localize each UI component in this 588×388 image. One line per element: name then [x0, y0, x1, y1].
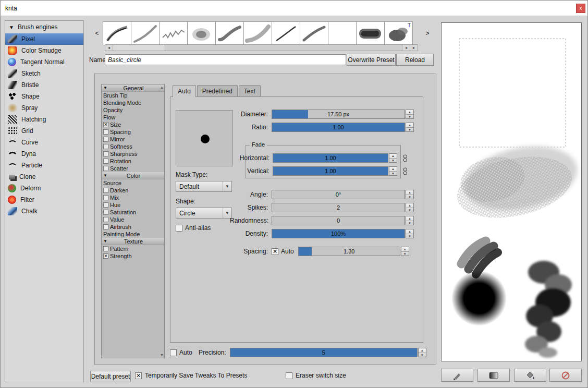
spinner-down-icon[interactable]: ▼ — [419, 353, 426, 357]
rotation-checkbox[interactable] — [103, 159, 108, 164]
option-source[interactable]: Source — [102, 179, 164, 187]
sidebar-item-chalk[interactable]: Chalk — [5, 205, 83, 217]
sidebar-item-deform[interactable]: Deform — [5, 183, 83, 194]
option-rotation[interactable]: Rotation — [102, 157, 164, 165]
link-icon[interactable] — [402, 154, 408, 162]
preset-thumbnail[interactable] — [300, 21, 328, 45]
overwrite-preset-button[interactable]: Overwrite Preset — [347, 54, 396, 66]
sidebar-item-hatching[interactable]: Hatching — [5, 114, 83, 125]
fade-vertical-spinner[interactable]: ▲ ▼ — [389, 166, 397, 176]
spinner-up-icon[interactable]: ▲ — [419, 348, 426, 353]
scrollbar-right-icon[interactable]: ► — [410, 45, 418, 51]
option-mirror[interactable]: Mirror — [102, 136, 164, 143]
preset-thumbnail[interactable]: T — [384, 21, 413, 45]
spinner-down-icon[interactable]: ▼ — [406, 234, 413, 238]
tab-auto[interactable]: Auto — [173, 85, 196, 97]
spinner-down-icon[interactable]: ▼ — [401, 252, 409, 256]
density-slider[interactable]: 100% — [272, 229, 405, 238]
spinner-down-icon[interactable]: ▼ — [406, 208, 413, 212]
spinner-up-icon[interactable]: ▲ — [406, 229, 413, 234]
fade-horizontal-slider[interactable]: 1.00 — [273, 153, 388, 163]
precision-auto-checkbox[interactable] — [170, 349, 177, 356]
sidebar-item-sketch[interactable]: Sketch — [5, 68, 83, 79]
option-pattern[interactable]: Pattern — [102, 245, 164, 252]
option-opacity[interactable]: Opacity — [102, 106, 164, 114]
option-strength[interactable]: Strength — [102, 252, 164, 260]
hue-checkbox[interactable] — [103, 202, 108, 208]
spinner-up-icon[interactable]: ▲ — [406, 203, 413, 208]
option-hue[interactable]: Hue — [102, 201, 164, 209]
preset-thumbnail[interactable] — [159, 21, 188, 45]
close-button[interactable]: x — [576, 4, 585, 13]
list-scroll-up-icon[interactable]: ▲ — [160, 86, 164, 89]
section-color[interactable]: ▼ Color — [102, 172, 164, 179]
fade-horizontal-spinner[interactable]: ▲ ▼ — [389, 153, 397, 163]
option-saturation[interactable]: Saturation — [102, 209, 164, 216]
preset-thumbnail-selected[interactable] — [328, 21, 357, 45]
spacing-slider[interactable]: 1.30 — [298, 247, 400, 256]
option-size[interactable]: Size — [102, 121, 164, 128]
size-checkbox[interactable] — [103, 122, 108, 127]
preset-thumbnail[interactable] — [243, 21, 272, 45]
ratio-slider[interactable]: 1.00 — [272, 123, 405, 132]
eraser-switch-checkbox[interactable] — [286, 372, 292, 379]
scratchpad-clear-button[interactable] — [549, 369, 582, 382]
option-sharpness[interactable]: Sharpness — [102, 150, 164, 157]
save-tweaks-checkbox[interactable] — [135, 372, 142, 379]
spikes-slider[interactable]: 2 — [272, 203, 405, 212]
spinner-down-icon[interactable]: ▼ — [389, 159, 397, 163]
scratchpad-paint-button[interactable] — [441, 369, 473, 382]
option-airbrush[interactable]: Airbrush — [102, 223, 164, 231]
title-bar[interactable]: krita x — [1, 1, 587, 16]
reload-button[interactable]: Reload — [396, 54, 434, 66]
option-softness[interactable]: Softness — [102, 143, 164, 150]
spikes-spinner[interactable]: ▲ ▼ — [406, 203, 414, 212]
precision-slider[interactable]: 5 — [230, 348, 418, 357]
spinner-down-icon[interactable]: ▼ — [406, 115, 413, 119]
preset-name-input[interactable] — [105, 54, 346, 65]
scrollbar-left-icon[interactable]: ◄ — [105, 45, 113, 51]
shape-select[interactable]: Circle ▼ — [176, 208, 232, 219]
option-painting-mode[interactable]: Painting Mode — [102, 231, 164, 238]
spinner-up-icon[interactable]: ▲ — [389, 167, 397, 172]
sidebar-item-pixel[interactable]: Pixel — [5, 33, 83, 45]
spinner-up-icon[interactable]: ▲ — [406, 123, 413, 128]
spacing-spinner[interactable]: ▲ ▼ — [401, 247, 409, 256]
option-mix[interactable]: Mix — [102, 194, 164, 201]
scratchpad-canvas[interactable] — [441, 22, 582, 361]
density-spinner[interactable]: ▲ ▼ — [406, 229, 414, 238]
mask-type-select[interactable]: Default ▼ — [176, 181, 232, 192]
spacing-auto-checkbox[interactable] — [272, 248, 278, 255]
diameter-spinner[interactable]: ▲ ▼ — [406, 110, 414, 119]
option-scatter[interactable]: Scatter — [102, 165, 164, 172]
sidebar-item-curve[interactable]: Curve — [5, 137, 83, 148]
value-checkbox[interactable] — [103, 217, 108, 222]
option-flow[interactable]: Flow — [102, 114, 164, 121]
sidebar-item-grid[interactable]: Grid — [5, 125, 83, 137]
sidebar-item-spray[interactable]: Spray — [5, 102, 83, 114]
randomness-slider[interactable]: 0 — [272, 216, 405, 225]
spinner-up-icon[interactable]: ▲ — [406, 110, 413, 115]
preset-thumbnail[interactable] — [272, 21, 300, 45]
sidebar-item-filter[interactable]: Filter — [5, 194, 83, 205]
preset-thumbnail[interactable] — [131, 21, 160, 45]
tab-text[interactable]: Text — [239, 85, 261, 97]
sidebar-item-dyna[interactable]: Dyna — [5, 148, 83, 160]
sidebar-item-particle[interactable]: Particle — [5, 160, 83, 171]
saturation-checkbox[interactable] — [103, 210, 108, 215]
strength-checkbox[interactable] — [103, 253, 108, 259]
section-texture[interactable]: ▼ Texture — [102, 238, 164, 245]
scratchpad-gradient-button[interactable] — [477, 369, 510, 382]
preset-scrollbar[interactable]: ◄ ◄ ► — [105, 44, 418, 51]
sidebar-item-shape[interactable]: Shape — [5, 91, 83, 102]
spinner-down-icon[interactable]: ▼ — [406, 128, 413, 132]
randomness-spinner[interactable]: ▲ ▼ — [406, 216, 414, 225]
default-preset-button[interactable]: Default preset — [90, 371, 131, 382]
antialias-checkbox[interactable] — [176, 225, 182, 232]
precision-spinner[interactable]: ▲ ▼ — [418, 348, 426, 357]
spinner-up-icon[interactable]: ▲ — [406, 216, 413, 221]
preset-thumbnail[interactable] — [187, 21, 216, 45]
angle-spinner[interactable]: ▲ ▼ — [406, 190, 414, 199]
mirror-checkbox[interactable] — [103, 137, 108, 142]
preset-thumbnail[interactable] — [103, 21, 131, 45]
